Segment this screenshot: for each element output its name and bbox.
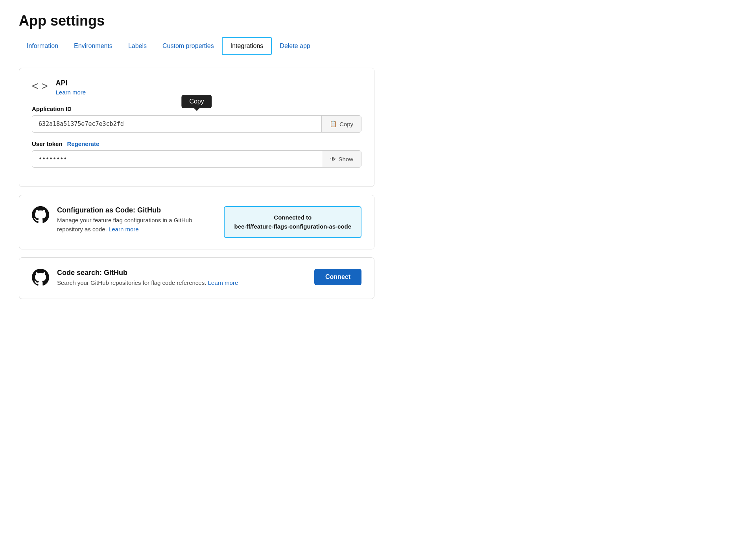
github-logo-icon xyxy=(32,206,49,223)
code-search-description: Search your GitHub repositories for flag… xyxy=(57,279,238,288)
tab-labels[interactable]: Labels xyxy=(120,38,155,54)
tab-custom-properties[interactable]: Custom properties xyxy=(155,38,222,54)
github-cac-learn-more-link[interactable]: Learn more xyxy=(109,226,139,233)
user-token-field-row: •••••••• 👁 Show xyxy=(32,150,361,168)
api-card: < > API Learn more Application ID Copy 6… xyxy=(19,68,374,187)
github-cac-text: Configuration as Code: GitHub Manage you… xyxy=(57,206,216,234)
application-id-section: Application ID Copy 632a18a51375e7ec7e3c… xyxy=(32,105,361,133)
tabs-nav: Information Environments Labels Custom p… xyxy=(19,37,374,55)
tab-delete-app[interactable]: Delete app xyxy=(272,38,318,54)
copy-btn-label: Copy xyxy=(339,121,353,127)
tab-integrations[interactable]: Integrations xyxy=(222,37,272,55)
application-id-label: Application ID xyxy=(32,105,72,112)
api-card-title: API xyxy=(55,79,86,87)
copy-tooltip: Copy xyxy=(181,95,212,108)
code-search-card: Code search: GitHub Search your GitHub r… xyxy=(19,257,374,299)
connected-text: Connected to bee-ff/feature-flags-config… xyxy=(234,213,351,231)
application-id-field-row: 632a18a51375e7ec7e3cb2fd 📋 Copy xyxy=(32,115,361,133)
code-search-header: Code search: GitHub Search your GitHub r… xyxy=(32,269,361,288)
copy-application-id-button[interactable]: 📋 Copy xyxy=(321,116,361,132)
connected-box: Connected to bee-ff/feature-flags-config… xyxy=(224,206,361,238)
code-search-text: Code search: GitHub Search your GitHub r… xyxy=(57,269,238,288)
page-title: App settings xyxy=(19,13,374,29)
regenerate-link[interactable]: Regenerate xyxy=(67,140,100,147)
tab-information[interactable]: Information xyxy=(19,38,66,54)
code-search-learn-more-link[interactable]: Learn more xyxy=(208,279,238,286)
github-logo-icon-2 xyxy=(32,269,49,286)
eye-icon: 👁 xyxy=(330,156,336,162)
github-cac-card: Configuration as Code: GitHub Manage you… xyxy=(19,195,374,249)
user-token-label: User token xyxy=(32,140,63,147)
github-cac-description: Manage your feature flag configurations … xyxy=(57,216,216,234)
copy-tooltip-text: Copy xyxy=(181,95,212,108)
user-token-section: User token Regenerate •••••••• 👁 Show xyxy=(32,140,361,168)
application-id-row-wrapper: Copy 632a18a51375e7ec7e3cb2fd 📋 Copy xyxy=(32,115,361,133)
github-cac-left: Configuration as Code: GitHub Manage you… xyxy=(32,206,216,234)
api-learn-more-link[interactable]: Learn more xyxy=(55,89,86,96)
user-token-value: •••••••• xyxy=(32,151,322,167)
copy-icon: 📋 xyxy=(330,120,337,127)
code-search-left: Code search: GitHub Search your GitHub r… xyxy=(32,269,238,288)
application-id-value: 632a18a51375e7ec7e3cb2fd xyxy=(32,116,321,132)
tab-environments[interactable]: Environments xyxy=(66,38,120,54)
show-token-button[interactable]: 👁 Show xyxy=(322,151,361,167)
api-icon: < > xyxy=(32,80,48,92)
github-cac-header: Configuration as Code: GitHub Manage you… xyxy=(32,206,361,238)
connect-button[interactable]: Connect xyxy=(314,269,361,285)
github-cac-title: Configuration as Code: GitHub xyxy=(57,206,216,214)
code-search-title: Code search: GitHub xyxy=(57,269,238,277)
show-btn-label: Show xyxy=(338,156,353,162)
